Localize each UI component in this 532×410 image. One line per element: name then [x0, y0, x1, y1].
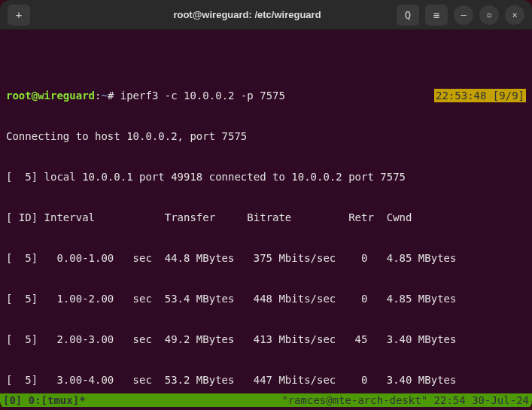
menu-button[interactable]: ≡ — [425, 5, 448, 26]
titlebar: + root@wireguard: /etc/wireguard Q ≡ – ▫… — [0, 0, 532, 30]
table-header-top: [ ID] Interval Transfer Bitrate Retr Cwn… — [6, 211, 526, 224]
tmux-status-right: "ramces@mte-arch-deskt" 22:54 30-Jul-24 — [281, 393, 529, 407]
command-top: iperf3 -c 10.0.0.2 -p 7575 — [120, 90, 285, 102]
tmux-status-bar: [0] 0:[tmux]* "ramces@mte-arch-deskt" 22… — [0, 393, 532, 407]
new-tab-button[interactable]: + — [8, 5, 30, 26]
table-row: [ 5] 0.00-1.00 sec 44.8 MBytes 375 Mbits… — [6, 251, 526, 265]
connecting-line: Connecting to host 10.0.0.2, port 7575 — [6, 129, 526, 143]
prompt-path: ~ — [101, 90, 107, 102]
prompt-line-top: root@wireguard:~# iperf3 -c 10.0.0.2 -p … — [6, 89, 526, 102]
pane-clock-top: 22:53:48 [9/9] — [434, 89, 526, 102]
table-row: [ 5] 1.00-2.00 sec 53.4 MBytes 448 Mbits… — [6, 292, 526, 305]
minimize-button[interactable]: – — [454, 5, 473, 25]
search-button[interactable]: Q — [397, 5, 419, 26]
prompt-user-host: root@wireguard — [6, 90, 95, 102]
local-line-top: [ 5] local 10.0.0.1 port 49918 connected… — [6, 170, 526, 184]
tmux-status-left: [0] 0:[tmux]* — [3, 393, 86, 407]
close-button[interactable]: × — [505, 5, 524, 25]
window-title: root@wireguard: /etc/wireguard — [98, 9, 397, 20]
prompt-symbol: # — [108, 90, 114, 102]
terminal[interactable]: root@wireguard:~# iperf3 -c 10.0.0.2 -p … — [0, 30, 532, 410]
table-row: [ 5] 2.00-3.00 sec 49.2 MBytes 413 Mbits… — [6, 333, 526, 346]
maximize-button[interactable]: ▫ — [479, 5, 499, 25]
table-row: [ 5] 3.00-4.00 sec 53.2 MBytes 447 Mbits… — [6, 373, 526, 387]
